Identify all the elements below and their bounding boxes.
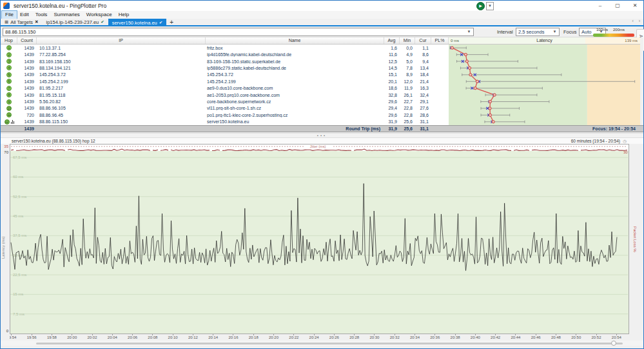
menu-item-edit[interactable]: Edit (17, 11, 32, 19)
cell-cur: 13,4 (415, 66, 431, 70)
col-header-pl[interactable]: PL% (431, 37, 449, 44)
table-row[interactable]: 1172088.86.96.45po1.prg-ttc1-klec-core-2… (1, 112, 449, 118)
col-header-name[interactable]: Name (206, 37, 384, 44)
table-row[interactable]: 914395.56.20.82core-backbone.supernetwor… (1, 98, 449, 105)
hop-cell: 9 (1, 98, 17, 105)
maximize-button[interactable]: ▢ (609, 1, 626, 11)
timeline-scrollbar[interactable] (1, 341, 643, 346)
hop-cell: 3 (1, 58, 17, 65)
cell-avg: 29,6 (384, 99, 400, 104)
tab-all-targets[interactable]: ▦All Targets✕ (1, 19, 43, 25)
interval-label: Interval (497, 26, 513, 37)
table-row[interactable]: 4143988.134.194.121ip5886c279.static.kab… (1, 65, 449, 71)
hop-number-badge: 8 (6, 92, 12, 97)
cell-ip: 145.254.2.199 (37, 79, 206, 84)
col-header-min[interactable]: Min (400, 37, 415, 44)
avg-marker (493, 94, 496, 96)
tab-close-icon[interactable]: ✕ (35, 19, 38, 25)
target-input[interactable] (3, 28, 473, 35)
timeline-range-label[interactable]: 60 minutes (19:54 - 20:54) (571, 138, 620, 144)
cell-name: ae9-0.dus10.core-backbone.com (206, 86, 384, 90)
table-row[interactable]: 61439145.254.2.199145.254.2.19920,112,02… (1, 78, 449, 85)
timeline-header: server150.kotelna.eu (88.86.115.150) hop… (1, 138, 643, 144)
tab-scroll-arrows[interactable]: ‹ › (632, 19, 642, 23)
cell-min: 4,9 (400, 52, 415, 57)
tab-label: All Targets (10, 19, 33, 25)
menu-item-file[interactable]: File (2, 11, 17, 19)
interval-dropdown-icon[interactable]: ▼ (551, 28, 558, 35)
time-tick-label: 20:10 (168, 335, 178, 339)
cell-count: 1439 (17, 106, 37, 110)
cell-avg: 1,6 (384, 46, 400, 50)
target-combobox[interactable]: ▼ (3, 28, 474, 36)
col-header-ip[interactable]: IP (37, 37, 206, 44)
col-header-hop[interactable]: Hop (1, 37, 17, 44)
menu-item-workspace[interactable]: Workspace (83, 11, 115, 19)
window-title: server150.kotelna.eu - PingPlotter Pro (14, 1, 106, 11)
table-row[interactable]: 8143981.95.15.118ae1-2053.prg10.core-bac… (1, 92, 449, 98)
scrollbar-thumb[interactable] (611, 341, 616, 346)
cell-name: ip4d1655fe.dynamic.kabel-deutschland.de (206, 52, 384, 57)
table-row[interactable]: 10143988.86.96.105vl11.prg-sit-sh-core-1… (1, 105, 449, 112)
cell-count: 1439 (17, 72, 37, 77)
cell-cur: 9,4 (415, 59, 431, 64)
cell-ip: 81.95.15.118 (37, 93, 206, 97)
pane-splitter[interactable]: ••• (1, 133, 643, 138)
cell-ip: 145.254.3.72 (37, 72, 206, 77)
tab-ip154-ip-145-239-237-eu[interactable]: ip154.ip-145-239-237.eu✔ (43, 19, 108, 25)
cell-min: 25,6 (400, 119, 415, 124)
cell-avg: 18,6 (384, 86, 400, 90)
cell-min: 22,8 (400, 113, 415, 117)
timeline-graph[interactable]: 67,5 ms60 ms52,5 ms45 ms37,5 ms30 ms22,5… (10, 144, 629, 334)
table-row[interactable]: 7143981.95.2.217ae9-0.dus10.core-backbon… (1, 85, 449, 92)
hop-latency-graph[interactable] (449, 45, 640, 125)
footer-avg: 31,9 (384, 126, 400, 131)
col-header-cur[interactable]: Cur (415, 37, 431, 44)
summary-grid-icon: ▦ (5, 19, 8, 25)
target-dropdown-icon[interactable]: ▼ (465, 28, 473, 35)
cell-ip: 81.95.2.217 (37, 86, 206, 90)
avg-marker (476, 80, 478, 83)
col-header-avg[interactable]: Avg (384, 37, 400, 44)
menu-item-tools[interactable]: Tools (32, 11, 51, 19)
bar (14, 121, 14, 124)
scrollbar-track[interactable] (36, 343, 623, 344)
start-trace-button[interactable]: ▶ (476, 2, 485, 10)
hop-number-badge: 3 (6, 59, 12, 64)
time-tick-label: 20:40 (471, 335, 480, 339)
hop-cell: 6 (1, 78, 17, 85)
start-trace-dropdown[interactable]: ▼ (486, 2, 494, 10)
menu-item-help[interactable]: Help (115, 11, 132, 19)
packet-loss-axis-label: Packet Loss % (633, 226, 637, 265)
table-row[interactable]: 1143910.13.37.1fritz.box1,60,01,1 (1, 45, 449, 51)
cell-min: 22,7 (400, 99, 415, 104)
table-row[interactable]: 3143983.169.158.15083-169-158-150.static… (1, 58, 449, 65)
timeline-range-icon[interactable]: ◷ (623, 138, 627, 144)
close-button[interactable]: ✕ (627, 1, 643, 11)
time-tick-label: 20:48 (551, 335, 561, 339)
hop-number-badge: 7 (6, 86, 12, 91)
menu-bar: FileEditToolsSummariesWorkspaceHelp (1, 11, 643, 19)
cell-cur: 31,1 (415, 119, 431, 124)
cell-min: 8,9 (400, 72, 415, 77)
cell-name: vl11.prg-sit-sh-core-1.sh.cz (206, 106, 384, 110)
table-row[interactable]: 51439145.254.3.72145.254.3.7215,18,918,4 (1, 72, 449, 78)
cell-name: ae1-2053.prg10.core-backbone.com (206, 93, 384, 97)
tab-check-icon: ✔ (159, 20, 162, 25)
cell-count: 1439 (17, 119, 37, 124)
hop-cell: 10 (1, 105, 17, 112)
footer-count: 1439 (17, 126, 37, 131)
minimize-button[interactable]: – (592, 1, 609, 11)
cell-name: ip5886c279.static.kabel-deutschland.de (206, 66, 384, 70)
cell-avg: 11,6 (384, 52, 400, 57)
cell-ip: 5.56.20.82 (37, 99, 206, 104)
cell-avg: 14,5 (384, 66, 400, 70)
table-row[interactable]: 12143988.86.115.150server150.kotelna.eu3… (1, 119, 449, 125)
latency-graph-header: 0 ms Latency 139 ms (449, 37, 640, 45)
menu-item-summaries[interactable]: Summaries (50, 11, 83, 19)
table-row[interactable]: 2143977.22.85.254ip4d1655fe.dynamic.kabe… (1, 51, 449, 57)
interval-select[interactable]: 2,5 seconds ▼ (516, 28, 560, 36)
time-tick-label: 20:12 (188, 335, 198, 339)
cell-min: 11,9 (400, 86, 415, 90)
col-header-count[interactable]: Count (17, 37, 37, 44)
